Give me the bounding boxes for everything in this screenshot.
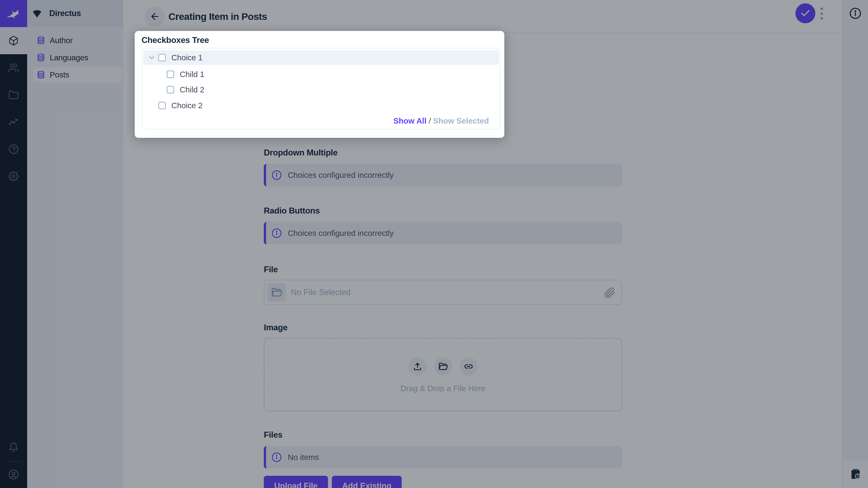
tree-item-label: Choice 1 [171,53,203,62]
tree-footer: Show All / Show Selected [393,116,489,125]
checkbox[interactable] [166,70,174,78]
field-label-checkboxes-tree: Checkboxes Tree [142,35,209,45]
checkboxes-tree-card: Checkboxes Tree Choice 1 Child 1 Child 2… [135,31,504,138]
tree-row-choice-2[interactable]: Choice 2 [143,98,500,113]
tree-item-label: Child 1 [180,70,204,79]
tree-row-choice-1[interactable]: Choice 1 [143,51,499,65]
show-selected-link[interactable]: Show Selected [433,116,489,125]
tree-item-label: Child 2 [180,85,204,94]
directus-app-window: Directus Author Languages [0,0,868,488]
footer-separator: / [429,116,433,125]
show-all-link[interactable]: Show All [393,116,426,125]
tree-item-label: Choice 2 [171,101,203,110]
tree-row-child-1[interactable]: Child 1 [143,67,500,82]
checkbox[interactable] [158,102,166,109]
checkbox[interactable] [158,54,166,61]
chevron-down-icon[interactable] [148,54,156,61]
checkbox[interactable] [166,86,174,94]
tree-row-child-2[interactable]: Child 2 [143,83,500,97]
checkboxes-tree-box: Choice 1 Child 1 Child 2 Choice 2 Show A… [142,48,500,129]
